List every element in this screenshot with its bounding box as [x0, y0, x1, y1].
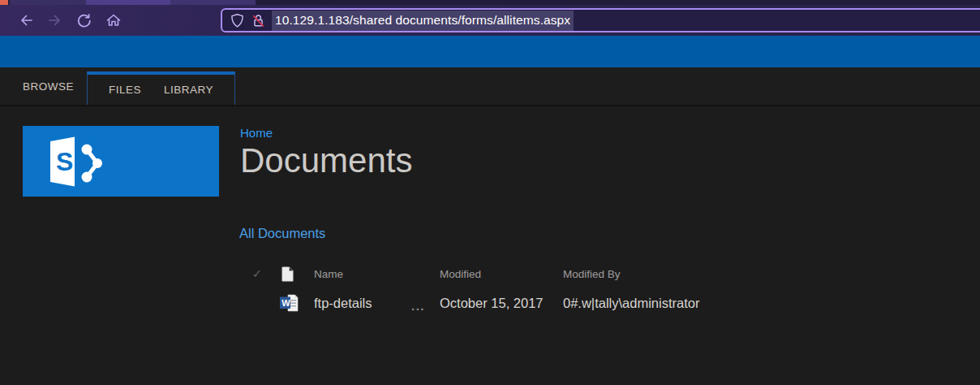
home-icon [105, 12, 122, 28]
row-name-cell: ftp-details ... [307, 296, 438, 311]
tracking-shield-icon [230, 13, 245, 28]
home-button[interactable] [99, 8, 128, 32]
tab-files-label: FILES [109, 84, 141, 96]
tab-files[interactable]: FILES [97, 75, 153, 105]
ribbon-contextual-group: FILES LIBRARY [87, 71, 235, 105]
column-header-modified[interactable]: Modified [438, 268, 561, 280]
column-header-modified-by[interactable]: Modified By [561, 268, 980, 280]
table-row: W ftp-details ... October 15, 2017 0#.w|… [239, 289, 980, 317]
word-file-icon: W [280, 294, 299, 312]
row-file-type-cell: W [275, 294, 307, 312]
title-block: Home Documents [240, 126, 412, 197]
row-modified-cell: October 15, 2017 [438, 296, 561, 311]
file-name-link[interactable]: ftp-details [314, 296, 372, 311]
suite-bar [0, 36, 980, 67]
checkmark-icon: ✓ [252, 266, 263, 281]
page-content: S Home Documents All Documents ✓ [0, 106, 980, 317]
tab-browse[interactable]: BROWSE [23, 67, 87, 105]
tab-library-label: LIBRARY [164, 84, 213, 96]
breadcrumb-home-link[interactable]: Home [240, 126, 273, 140]
tab-library[interactable]: LIBRARY [153, 75, 225, 105]
sharepoint-logo[interactable]: S [23, 126, 219, 197]
row-more-options-button[interactable]: ... [411, 299, 425, 313]
tab-browse-label: BROWSE [23, 80, 74, 93]
all-documents-view-link[interactable]: All Documents [239, 226, 325, 241]
forward-icon [47, 12, 63, 28]
browser-window: { "browser": { "url": "10.129.1.183/shar… [0, 0, 980, 385]
table-header-row: ✓ Name Modified Modified By [239, 263, 980, 284]
svg-text:S: S [56, 147, 73, 176]
sharepoint-logo-icon: S [41, 134, 110, 189]
select-all-checkmark[interactable]: ✓ [239, 266, 275, 281]
file-type-column-header [275, 266, 307, 282]
documents-table: ✓ Name Modified Modified By [239, 263, 980, 317]
url-bar[interactable]: 10.129.1.183/shared documents/forms/alli… [221, 8, 980, 32]
document-icon [282, 266, 294, 282]
svg-text:W: W [282, 298, 290, 308]
back-button[interactable] [11, 8, 41, 32]
browser-toolbar: 10.129.1.183/shared documents/forms/alli… [0, 5, 980, 36]
forward-button[interactable] [41, 8, 70, 32]
row-modified-by-cell: 0#.w|tally\administrator [561, 296, 980, 311]
site-header: S Home Documents [23, 126, 980, 197]
page-title: Documents [240, 142, 412, 179]
url-text[interactable]: 10.129.1.183/shared documents/forms/alli… [272, 11, 574, 31]
refresh-icon [76, 12, 92, 28]
refresh-button[interactable] [70, 8, 99, 32]
ribbon-tab-row: BROWSE FILES LIBRARY [0, 67, 980, 106]
back-icon [18, 12, 34, 28]
column-header-name[interactable]: Name [307, 268, 438, 280]
insecure-lock-icon [251, 13, 266, 28]
